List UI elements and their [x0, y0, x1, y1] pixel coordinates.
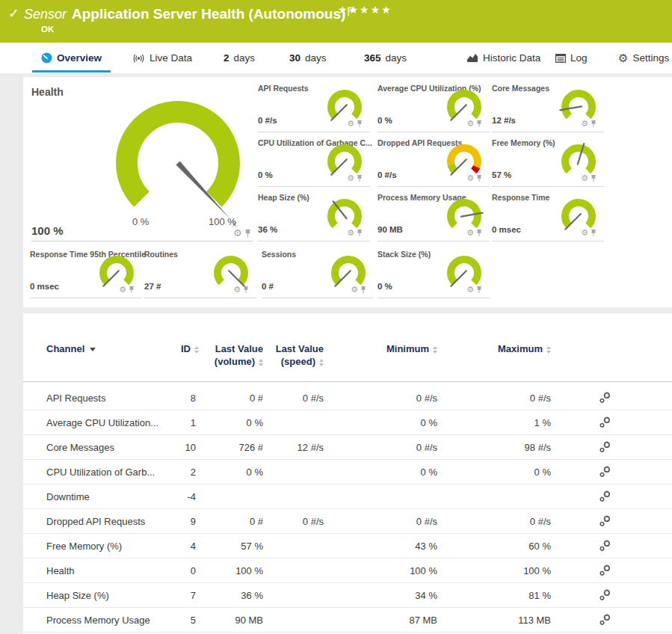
cell-maximum: 0 #/s — [437, 393, 551, 404]
cell-last-volume: 0 % — [196, 467, 263, 478]
pin-icon[interactable] — [591, 120, 597, 128]
tab-live-data[interactable]: Live Data — [132, 43, 192, 73]
table-row: CPU Utilization of Garb...20 %0 %0 % — [23, 460, 672, 484]
cell-last-volume: 90 MB — [196, 615, 263, 626]
column-header-last-value[interactable]: Last Value(volume) — [196, 342, 263, 381]
status-check-icon: ✓ — [8, 5, 19, 22]
priority-stars[interactable]: ★★★★★ — [338, 4, 392, 16]
gear-icon[interactable]: ⚙ — [347, 229, 354, 237]
pin-icon[interactable] — [476, 286, 482, 294]
cell-id: 2 — [181, 467, 196, 478]
channel-settings-icon[interactable] — [551, 416, 672, 428]
channel-settings-icon[interactable] — [551, 614, 672, 626]
cell-last-volume: 0 % — [196, 417, 263, 428]
tab-overview[interactable]: Overview — [41, 43, 102, 73]
gear-icon[interactable]: ⚙ — [233, 228, 242, 238]
mini-gauge-title: Sessions — [262, 250, 296, 259]
channel-settings-icon[interactable] — [551, 564, 672, 576]
channel-link[interactable]: Process Memory Usage — [23, 615, 181, 626]
cell-minimum: 0 #/s — [324, 442, 437, 453]
pin-icon[interactable] — [360, 286, 366, 294]
gear-icon[interactable]: ⚙ — [466, 286, 474, 294]
pin-icon[interactable] — [476, 174, 482, 182]
cell-id: 0 — [181, 565, 196, 576]
gear-icon[interactable]: ⚙ — [466, 229, 474, 237]
gear-icon[interactable]: ⚙ — [466, 120, 474, 128]
cell-last-volume: 36 % — [196, 590, 263, 601]
pin-icon[interactable] — [476, 229, 482, 237]
column-header-minimum[interactable]: Minimum — [324, 342, 437, 381]
channel-settings-icon[interactable] — [551, 540, 672, 552]
gear-icon[interactable]: ⚙ — [347, 120, 354, 128]
tab-2-days[interactable]: 2days — [224, 43, 255, 73]
pin-icon[interactable] — [591, 174, 597, 182]
cell-last-volume: 726 # — [196, 442, 263, 453]
pin-icon[interactable] — [357, 120, 363, 128]
pin-icon[interactable] — [357, 174, 363, 182]
pin-icon[interactable] — [476, 120, 482, 128]
pin-icon[interactable] — [357, 229, 363, 237]
column-header-maximum[interactable]: Maximum — [437, 342, 551, 381]
channel-settings-icon[interactable] — [551, 515, 672, 527]
channel-settings-icon[interactable] — [551, 490, 672, 502]
channel-settings-icon[interactable] — [551, 466, 672, 478]
gauges-panel: Health x̄ 0 % 100 % 100 % ⚙ API Requests… — [23, 77, 672, 307]
health-gauge-title: Health — [31, 86, 64, 98]
channel-link[interactable]: API Requests — [23, 393, 181, 404]
pin-icon[interactable] — [244, 229, 251, 238]
mini-gauge-title: Heap Size (%) — [258, 193, 309, 202]
gear-icon[interactable]: ⚙ — [351, 286, 358, 294]
mini-gauge-cell-process-memory-usage: Process Memory Usage90 MB⚙ — [377, 191, 490, 241]
cell-minimum: 34 % — [324, 590, 437, 601]
channel-settings-icon[interactable] — [551, 589, 672, 601]
tab-log[interactable]: Log — [555, 43, 588, 73]
cell-last-volume: 0 # — [196, 516, 263, 527]
gear-icon[interactable]: ⚙ — [581, 229, 588, 237]
gear-icon[interactable]: ⚙ — [233, 286, 241, 294]
cell-minimum: 0 % — [324, 417, 437, 428]
column-header-id[interactable]: ID — [181, 342, 196, 381]
gear-icon[interactable]: ⚙ — [581, 120, 588, 128]
table-row: Average CPU Utilization...10 %0 %1 % — [23, 410, 672, 435]
channel-link[interactable]: Health — [23, 565, 181, 576]
gear-icon[interactable]: ⚙ — [466, 174, 474, 182]
pin-icon[interactable] — [243, 286, 249, 294]
cell-minimum: 0 % — [324, 467, 437, 478]
column-header-last-value[interactable]: Last Value(speed) — [263, 342, 324, 381]
mini-gauge-value: 36 % — [258, 225, 277, 234]
channel-link[interactable]: Core Messages — [23, 442, 181, 453]
gear-icon[interactable]: ⚙ — [581, 174, 588, 182]
pin-icon[interactable] — [591, 229, 597, 237]
tab-30-days[interactable]: 30days — [289, 43, 327, 73]
channel-settings-icon[interactable] — [551, 392, 672, 404]
cell-minimum: 100 % — [324, 565, 437, 576]
cell-maximum: 0 #/s — [437, 516, 551, 527]
cell-maximum: 81 % — [437, 590, 551, 601]
cell-id: 1 — [181, 417, 196, 428]
channel-link[interactable]: CPU Utilization of Garb... — [23, 467, 181, 478]
channel-link[interactable]: Heap Size (%) — [23, 590, 181, 601]
mini-gauge-cell-routines: Routines27 #⚙ — [144, 248, 256, 298]
mini-gauge-value: 0 % — [258, 170, 273, 179]
table-row: Dropped API Requests90 #0 #/s0 #/s0 #/s — [23, 509, 672, 534]
channel-link[interactable]: Downtime — [23, 491, 181, 502]
mini-gauge-value: 0 msec — [30, 282, 59, 291]
channel-link[interactable]: Average CPU Utilization... — [23, 417, 181, 428]
tab-settings[interactable]: ⚙Settings — [618, 43, 669, 73]
column-header-channel[interactable]: Channel — [23, 342, 181, 381]
page-title: Application Server Health (Autonomous) — [72, 6, 345, 22]
cell-maximum: 100 % — [437, 565, 551, 576]
pin-icon[interactable] — [129, 286, 135, 294]
gear-icon[interactable]: ⚙ — [119, 286, 126, 294]
tab-historic-data[interactable]: Historic Data — [466, 43, 540, 73]
gear-icon[interactable]: ⚙ — [347, 174, 354, 182]
mini-gauge-cell-api-requests: API Requests0 #/s⚙ — [258, 82, 370, 132]
mini-gauge-cell-response-time: Response Time0 msec⚙ — [492, 191, 604, 241]
channel-link[interactable]: Dropped API Requests — [23, 516, 181, 527]
gauge-icon — [41, 52, 52, 64]
channel-settings-icon[interactable] — [551, 441, 672, 453]
mini-gauge-value: 0 #/s — [258, 116, 277, 125]
channel-link[interactable]: Free Memory (%) — [23, 541, 181, 552]
tab-bar: OverviewLive Data2days30days365daysHisto… — [0, 43, 672, 73]
tab-365-days[interactable]: 365days — [364, 43, 407, 73]
